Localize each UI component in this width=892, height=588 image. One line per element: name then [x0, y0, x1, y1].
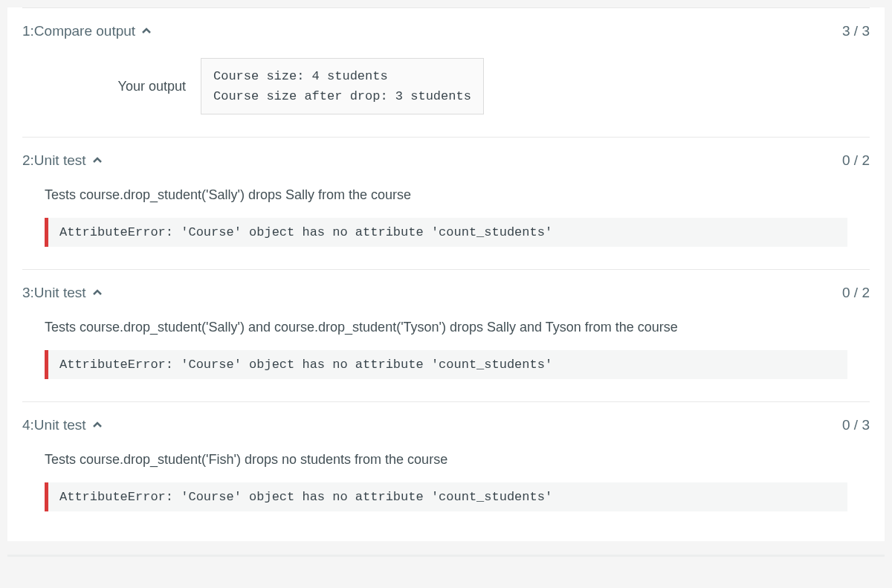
test-description: Tests course.drop_student('Sally') and c… — [45, 320, 870, 335]
test-title: 1:Compare output — [22, 23, 135, 39]
test-section-2: 2:Unit test 0 / 2 Tests course.drop_stud… — [22, 137, 870, 247]
test-title: 2:Unit test — [22, 152, 86, 169]
test-results-card: 1:Compare output 3 / 3 Your output Cours… — [7, 7, 885, 541]
bottom-divider — [7, 555, 885, 557]
output-row: Your output Course size: 4 students Cour… — [82, 58, 870, 114]
test-score: 0 / 2 — [842, 285, 870, 301]
error-output: AttributeError: 'Course' object has no a… — [45, 482, 847, 511]
chevron-up-icon — [92, 155, 103, 166]
test-title: 3:Unit test — [22, 285, 86, 301]
test-score: 0 / 3 — [842, 417, 870, 433]
test-description: Tests course.drop_student('Fish') drops … — [45, 452, 870, 468]
output-code-box: Course size: 4 students Course size afte… — [201, 58, 484, 114]
test-header-2[interactable]: 2:Unit test 0 / 2 — [22, 152, 870, 169]
error-output: AttributeError: 'Course' object has no a… — [45, 350, 847, 379]
test-header-1[interactable]: 1:Compare output 3 / 3 — [22, 23, 870, 39]
chevron-up-icon — [92, 420, 103, 430]
error-output: AttributeError: 'Course' object has no a… — [45, 218, 847, 247]
test-score: 3 / 3 — [842, 23, 870, 39]
test-header-3[interactable]: 3:Unit test 0 / 2 — [22, 285, 870, 301]
chevron-up-icon — [92, 288, 103, 298]
test-title: 4:Unit test — [22, 417, 86, 433]
chevron-up-icon — [141, 26, 152, 36]
test-score: 0 / 2 — [842, 152, 870, 169]
test-description: Tests course.drop_student('Sally') drops… — [45, 187, 870, 203]
your-output-label: Your output — [82, 79, 201, 94]
test-section-3: 3:Unit test 0 / 2 Tests course.drop_stud… — [22, 269, 870, 379]
test-section-1: 1:Compare output 3 / 3 Your output Cours… — [22, 7, 870, 114]
test-section-4: 4:Unit test 0 / 3 Tests course.drop_stud… — [22, 401, 870, 511]
test-header-4[interactable]: 4:Unit test 0 / 3 — [22, 417, 870, 433]
